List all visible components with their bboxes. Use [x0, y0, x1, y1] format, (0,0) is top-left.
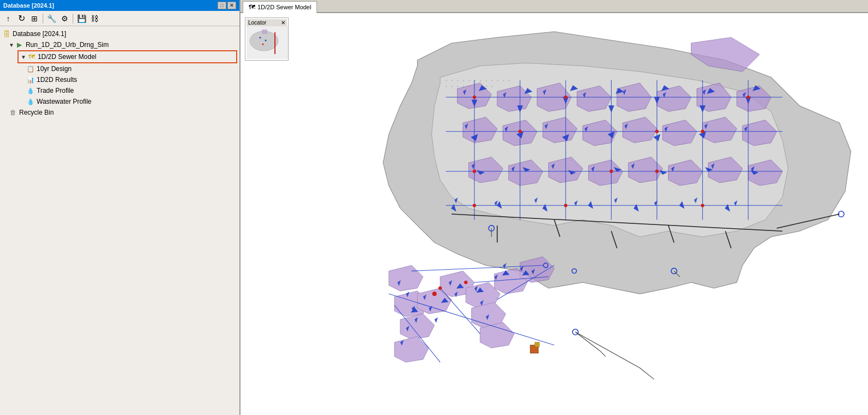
svg-rect-11 [463, 80, 464, 81]
wastewater-icon: 💧 [26, 97, 35, 106]
svg-rect-19 [509, 80, 510, 81]
toolbar-up-button[interactable]: ↑ [2, 13, 14, 25]
tab-bar: 🗺 1D/2D Sewer Model [241, 0, 868, 13]
svg-rect-17 [497, 80, 498, 81]
svg-marker-198 [435, 317, 438, 323]
tree-item-sewer-model[interactable]: ▼ 🗺 1D/2D Sewer Model [19, 51, 236, 62]
svg-point-124 [564, 96, 567, 99]
tree-item-10yr-label: 10yr Design [37, 65, 72, 73]
toolbar-arrow-button[interactable]: ⚙ [58, 13, 71, 25]
svg-point-132 [473, 204, 476, 207]
tab-label: 1D/2D Sewer Model [257, 4, 311, 10]
left-panel: Database [2024.1] □ ✕ ↑ ↻ ⊞ 🔧 ⚙ 💾 ⛓ 🗄 Da… [0, 0, 241, 415]
tree-item-run-label: Run_1D_2D_Urb_Drng_Sim [26, 41, 109, 49]
svg-point-123 [518, 130, 521, 133]
svg-rect-28 [491, 86, 492, 87]
run-icon: ▶ [15, 40, 24, 49]
expand-icon-model: ▼ [21, 54, 26, 60]
svg-rect-14 [480, 80, 481, 81]
toolbar-separator-1 [43, 14, 43, 23]
locator-close-button[interactable]: ✕ [281, 20, 285, 26]
svg-point-128 [747, 96, 750, 99]
svg-rect-1 [262, 29, 267, 34]
locator-box: Locator ✕ [245, 17, 289, 61]
svg-point-127 [701, 204, 704, 207]
tree-panel: 🗄 Database [2024.1] ▼ ▶ Run_1D_2D_Urb_Dr… [0, 26, 239, 415]
locator-content [247, 26, 288, 59]
trade-icon: 💧 [26, 86, 35, 95]
svg-rect-27 [486, 86, 487, 87]
svg-rect-16 [491, 80, 492, 81]
locator-header: Locator ✕ [247, 19, 287, 26]
tree-item-trade-label: Trade Profile [37, 87, 74, 94]
title-bar: Database [2024.1] □ ✕ [0, 0, 239, 11]
toolbar-grid-button[interactable]: ⊞ [28, 13, 40, 25]
model-icon: 🗺 [27, 52, 36, 61]
app-title: Database [2024.1] [3, 2, 54, 9]
design-icon: 📋 [26, 64, 35, 73]
svg-line-150 [640, 368, 654, 380]
svg-rect-138 [535, 342, 539, 347]
tree-item-10yr-design[interactable]: 📋 10yr Design [0, 63, 239, 74]
svg-point-131 [655, 170, 659, 173]
toolbar-save-button[interactable]: 💾 [75, 13, 87, 25]
results-icon: 📊 [26, 75, 35, 84]
map-area[interactable]: Locator ✕ [241, 13, 868, 415]
toolbar-refresh-button[interactable]: ↻ [15, 13, 27, 25]
recycle-icon: 🗑 [9, 108, 17, 117]
tree-item-results-label: 1D2D Results [37, 76, 77, 84]
left-toolbar: ↑ ↻ ⊞ 🔧 ⚙ 💾 ⛓ [0, 11, 239, 26]
tab-sewer-model[interactable]: 🗺 1D/2D Sewer Model [243, 1, 317, 13]
tree-item-recycle-label: Recycle Bin [19, 109, 54, 116]
svg-point-0 [250, 31, 278, 51]
svg-point-134 [432, 292, 437, 296]
svg-point-136 [464, 281, 467, 284]
svg-point-130 [564, 204, 567, 207]
title-bar-buttons: □ ✕ [218, 2, 236, 9]
tree-item-1d2d-results[interactable]: 📊 1D2D Results [0, 74, 239, 85]
svg-point-129 [473, 170, 476, 173]
tree-item-trade-profile[interactable]: 💧 Trade Profile [0, 85, 239, 96]
tree-item-run[interactable]: ▼ ▶ Run_1D_2D_Urb_Drng_Sim [0, 39, 239, 50]
tree-root[interactable]: 🗄 Database [2024.1] [0, 28, 239, 39]
svg-point-135 [438, 287, 442, 290]
toolbar-tools-button[interactable]: 🔧 [45, 13, 57, 25]
svg-rect-10 [458, 80, 459, 81]
svg-marker-54 [389, 265, 423, 291]
tree-item-sewer-model-label: 1D/2D Sewer Model [38, 53, 96, 61]
close-button[interactable]: ✕ [227, 2, 236, 9]
svg-point-126 [655, 130, 659, 133]
svg-point-122 [473, 96, 476, 99]
svg-point-133 [701, 130, 704, 133]
tree-item-recycle-bin[interactable]: 🗑 Recycle Bin [0, 107, 239, 118]
toolbar-net-button[interactable]: ⛓ [89, 13, 101, 25]
svg-marker-57 [395, 336, 429, 362]
right-panel: 🗺 1D/2D Sewer Model Locator ✕ [241, 0, 868, 415]
svg-line-147 [576, 332, 600, 351]
svg-rect-21 [451, 86, 453, 87]
tree-root-label: Database [2024.1] [13, 30, 66, 38]
svg-point-5 [262, 44, 264, 45]
svg-rect-8 [446, 80, 447, 81]
tree-item-wastewater-profile[interactable]: 💧 Wastewater Profile [0, 96, 239, 107]
toolbar-separator-2 [73, 14, 73, 23]
map-svg [241, 13, 868, 415]
database-icon: 🗄 [2, 29, 11, 38]
svg-rect-20 [446, 86, 447, 87]
svg-rect-18 [503, 80, 504, 81]
svg-point-3 [260, 37, 261, 39]
svg-point-125 [609, 170, 613, 173]
svg-rect-12 [468, 80, 470, 81]
minimize-button[interactable]: □ [218, 2, 226, 9]
selected-item-container: ▼ 🗺 1D/2D Sewer Model [17, 50, 237, 63]
expand-icon-run: ▼ [9, 42, 14, 48]
svg-point-4 [265, 40, 267, 42]
svg-line-149 [576, 332, 640, 368]
tree-item-wastewater-label: Wastewater Profile [37, 98, 91, 105]
locator-title: Locator [248, 20, 266, 26]
svg-rect-22 [458, 86, 459, 87]
svg-line-148 [600, 351, 605, 356]
svg-rect-15 [486, 80, 487, 81]
tab-icon: 🗺 [249, 3, 255, 11]
svg-rect-9 [451, 80, 453, 81]
